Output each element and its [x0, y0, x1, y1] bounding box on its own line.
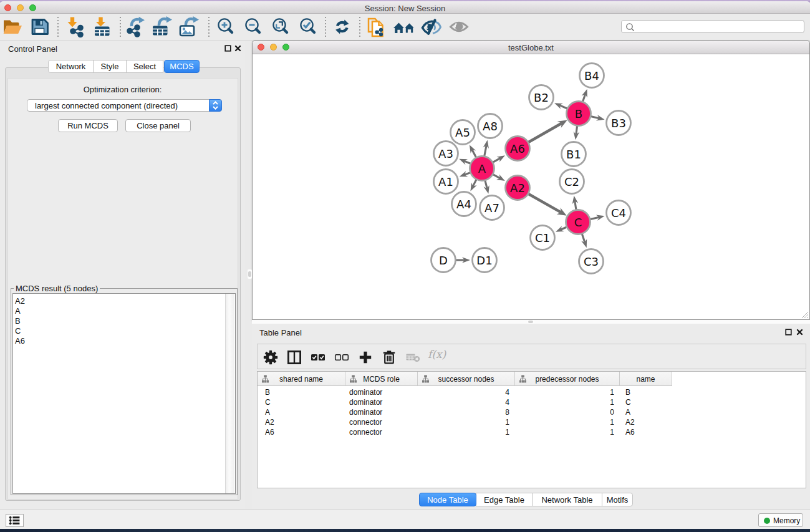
vertical-splitter-handle[interactable] — [248, 269, 252, 279]
delete-row-icon[interactable] — [382, 350, 397, 365]
split-table-icon[interactable] — [287, 350, 302, 365]
horizontal-splitter-handle[interactable] — [527, 320, 534, 324]
control-panel-float-icon[interactable] — [224, 45, 231, 52]
table-panel-close-icon[interactable] — [796, 329, 803, 336]
network-window-titlebar[interactable]: testGlobe.txt — [253, 41, 809, 54]
zoom-in-button[interactable] — [213, 16, 236, 39]
mcds-result-list[interactable]: A2ABCA6 — [12, 293, 236, 494]
mcds-result-item[interactable]: A — [13, 306, 235, 316]
node-D1[interactable]: D1 — [473, 248, 497, 273]
network-canvas[interactable]: B4B2BB3A8A5A6A3B1AA1C2A2A4A7C4CC1C3DD1 — [253, 54, 809, 317]
tab-select[interactable]: Select — [126, 60, 163, 73]
control-panel-close-icon[interactable] — [234, 45, 241, 52]
tab-motifs[interactable]: Motifs — [602, 493, 633, 506]
node-B4[interactable]: B4 — [580, 64, 604, 88]
node-C1[interactable]: C1 — [531, 226, 555, 250]
node-A7[interactable]: A7 — [480, 196, 504, 220]
node-B1[interactable]: B1 — [562, 142, 586, 167]
show-selected-button[interactable] — [447, 16, 471, 39]
svg-text:C3: C3 — [584, 255, 599, 268]
optimization-criterion-label: Optimization criterion: — [0, 85, 245, 94]
mcds-result-item[interactable]: A6 — [13, 336, 235, 346]
column-header-shared-name[interactable]: shared name — [258, 372, 345, 386]
svg-text:A3: A3 — [438, 147, 453, 160]
node-A5[interactable]: A5 — [451, 120, 475, 145]
node-A[interactable]: A — [470, 157, 494, 181]
clone-network-button[interactable] — [365, 16, 388, 39]
show-all-networks-button[interactable] — [392, 16, 416, 39]
desktop-strip-bottom — [0, 529, 810, 532]
close-panel-button[interactable]: Close panel — [125, 119, 191, 132]
task-history-button[interactable] — [6, 514, 24, 527]
import-network-button[interactable] — [62, 16, 85, 39]
mcds-result-item[interactable]: C — [13, 326, 235, 336]
node-table[interactable]: shared nameMCDS rolesuccessor nodesprede… — [257, 371, 806, 488]
tab-network-table[interactable]: Network Table — [532, 493, 602, 506]
memory-button[interactable]: Memory — [758, 513, 803, 527]
cell-MCDS-role: connector — [349, 428, 382, 437]
zoom-selected-button[interactable] — [295, 16, 319, 39]
refresh-button[interactable] — [330, 16, 354, 39]
cell-predecessor-nodes: 0 — [515, 408, 614, 417]
node-A1[interactable]: A1 — [434, 170, 458, 194]
mcds-result-item[interactable]: B — [13, 316, 235, 326]
search-field[interactable] — [621, 20, 804, 33]
window-resize-grip[interactable] — [800, 310, 809, 319]
hide-selected-button[interactable] — [420, 16, 443, 39]
criterion-dropdown[interactable]: largest connected component (directed) — [27, 99, 222, 112]
tab-node-table[interactable]: Node Table — [419, 493, 476, 506]
tab-mcds[interactable]: MCDS — [164, 60, 200, 73]
mcds-result-item[interactable]: A2 — [13, 296, 235, 306]
node-C[interactable]: C — [566, 210, 591, 235]
open-session-button[interactable] — [1, 16, 24, 39]
column-settings-icon[interactable] — [263, 350, 278, 365]
table-panel-float-icon[interactable] — [785, 329, 792, 336]
node-C2[interactable]: C2 — [560, 170, 584, 194]
node-C4[interactable]: C4 — [607, 201, 631, 225]
table-row-A2[interactable]: A2connector11A2 — [258, 417, 806, 427]
cell-name: A2 — [625, 418, 635, 427]
svg-text:A7: A7 — [485, 201, 499, 215]
column-header-name[interactable]: name — [620, 372, 672, 386]
save-session-button[interactable] — [28, 16, 52, 39]
run-mcds-button[interactable]: Run MCDS — [58, 119, 118, 132]
node-A3[interactable]: A3 — [434, 142, 458, 166]
table-row-B[interactable]: Bdominator41B — [258, 387, 806, 397]
node-B3[interactable]: B3 — [607, 111, 631, 135]
node-B2[interactable]: B2 — [529, 85, 554, 110]
import-table-button[interactable] — [90, 16, 113, 39]
clone-network-icon — [365, 16, 388, 39]
tab-network[interactable]: Network — [48, 60, 94, 73]
node-A2[interactable]: A2 — [506, 176, 530, 200]
dropdown-spinner — [209, 99, 222, 112]
tab-style[interactable]: Style — [93, 60, 127, 73]
svg-text:A4: A4 — [456, 198, 471, 211]
column-header-MCDS-role[interactable]: MCDS role — [345, 372, 418, 386]
table-row-A[interactable]: Adominator80A — [258, 407, 806, 417]
select-all-icon[interactable] — [311, 350, 325, 365]
table-row-A6[interactable]: A6connector11A6 — [258, 427, 806, 437]
column-header-successor-nodes[interactable]: successor nodes — [418, 372, 515, 386]
node-A4[interactable]: A4 — [452, 192, 476, 216]
export-image-button[interactable] — [177, 16, 201, 39]
zoom-fit-button[interactable] — [268, 16, 291, 39]
table-row-C[interactable]: Cdominator41C — [258, 397, 806, 407]
result-list-scrollbar[interactable] — [225, 294, 234, 493]
svg-text:B: B — [575, 107, 582, 120]
node-C3[interactable]: C3 — [579, 249, 604, 274]
node-D[interactable]: D — [432, 248, 456, 273]
node-B[interactable]: B — [567, 102, 591, 126]
column-header-predecessor-nodes[interactable]: predecessor nodes — [515, 372, 620, 386]
search-input[interactable] — [637, 21, 799, 32]
svg-text:C2: C2 — [564, 175, 579, 188]
add-row-icon[interactable] — [358, 350, 373, 365]
deselect-all-icon[interactable] — [334, 350, 349, 365]
dropdown-chevrons-icon — [210, 100, 221, 111]
tab-edge-table[interactable]: Edge Table — [476, 493, 533, 506]
node-A6[interactable]: A6 — [506, 137, 530, 161]
zoom-out-button[interactable] — [240, 16, 264, 39]
export-table-button[interactable] — [150, 16, 174, 39]
node-A8[interactable]: A8 — [478, 114, 503, 138]
status-bar: Memory — [0, 509, 810, 529]
export-network-button[interactable] — [124, 16, 148, 39]
